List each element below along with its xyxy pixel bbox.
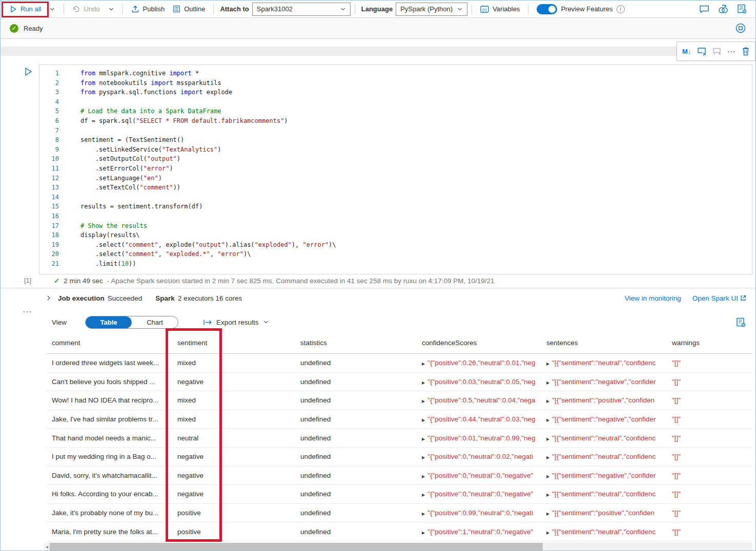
- export-icon: [203, 319, 212, 326]
- expand-icon[interactable]: ▶: [422, 380, 425, 385]
- configure-columns-button[interactable]: [736, 317, 746, 327]
- expand-icon[interactable]: ▶: [422, 512, 425, 516]
- warnings-cell: "[]": [667, 415, 752, 423]
- table-row[interactable]: I put my wedding ring in a Bag o...negat…: [47, 448, 752, 467]
- expand-icon[interactable]: ▶: [546, 512, 549, 516]
- expand-icon[interactable]: ▶: [546, 380, 549, 385]
- table-row[interactable]: I ordered three widgets last week...mixe…: [47, 354, 752, 373]
- more-actions-icon[interactable]: ···: [728, 48, 736, 55]
- line-number: 4: [39, 97, 59, 107]
- preview-features-toggle[interactable]: [537, 4, 557, 14]
- column-header-sentences[interactable]: sentences: [541, 339, 667, 347]
- expand-icon[interactable]: ▶: [546, 418, 549, 422]
- undo-button[interactable]: Undo: [68, 2, 104, 16]
- expand-icon[interactable]: ▶: [546, 474, 549, 479]
- info-icon[interactable]: i: [617, 5, 625, 13]
- warnings-cell: "[]": [667, 378, 752, 386]
- configure-columns-icon: [736, 317, 746, 327]
- clear-output-button[interactable]: [697, 47, 707, 56]
- open-spark-ui-link[interactable]: Open Spark UI: [692, 294, 746, 302]
- language-select[interactable]: PySpark (Python): [396, 3, 467, 16]
- line-number: 12: [39, 174, 59, 183]
- line-number: 18: [39, 230, 59, 240]
- line-number: 7: [39, 126, 59, 136]
- spark-detail: 2 executors 16 cores: [178, 294, 242, 302]
- configure-session-button[interactable]: [737, 4, 747, 14]
- undo-dropdown[interactable]: [104, 2, 118, 16]
- table-row[interactable]: Jake, I've had similar problems tr...mix…: [47, 410, 752, 429]
- attach-to-select[interactable]: Spark31002: [252, 3, 351, 16]
- line-number: 2: [39, 78, 59, 88]
- code-line: 4: [39, 97, 752, 107]
- table-row[interactable]: That hand model needs a manic...neutralu…: [47, 429, 752, 448]
- table-row[interactable]: Hi folks. According to your encab...nega…: [47, 485, 752, 504]
- notebook-gutter-band: [1, 47, 755, 56]
- job-status: Succeeded: [108, 294, 142, 302]
- line-number: 15: [39, 202, 59, 211]
- line-number: 5: [39, 107, 59, 116]
- run-all-dropdown[interactable]: [45, 2, 59, 16]
- spark-label: Spark: [155, 294, 175, 302]
- table-row[interactable]: Maria, I'm pretty sure the folks at...po…: [47, 522, 752, 541]
- comment-cell: I put my wedding ring in a Bag o...: [47, 453, 172, 460]
- expand-icon[interactable]: ▶: [422, 455, 425, 460]
- code-line: 13 .setTextCol("comment")): [39, 183, 752, 193]
- publish-button[interactable]: Publish: [127, 2, 169, 16]
- statistics-cell: undefined: [295, 396, 417, 404]
- expand-icon[interactable]: ▶: [422, 362, 425, 366]
- expand-icon[interactable]: ▶: [422, 493, 425, 497]
- table-row[interactable]: Jake, it's probably none of my bu...posi…: [47, 504, 752, 523]
- line-number: 9: [39, 145, 59, 155]
- expand-icon[interactable]: ▶: [422, 418, 425, 422]
- column-header-comment[interactable]: comment: [47, 339, 172, 347]
- results-view-toolbar: View Table Chart Export results: [1, 312, 755, 332]
- stop-session-button[interactable]: [735, 23, 746, 34]
- sentences-cell: ▶"[{"sentiment":"neutral","confidenc: [541, 359, 667, 367]
- json-value: "[{"sentiment":"positive","confiden: [552, 509, 655, 517]
- horizontal-scrollbar[interactable]: ◂: [44, 543, 752, 550]
- variables-label: Variables: [493, 5, 520, 13]
- column-header-statistics[interactable]: statistics: [295, 339, 417, 347]
- run-icon: [10, 6, 17, 13]
- expand-icon[interactable]: ▶: [546, 455, 549, 460]
- tab-table[interactable]: Table: [86, 316, 132, 328]
- variables-button[interactable]: (x) Variables: [476, 2, 524, 16]
- expand-icon[interactable]: ▶: [546, 531, 549, 535]
- column-header-warnings[interactable]: warnings: [667, 339, 752, 347]
- expand-icon[interactable]: ▶: [422, 399, 425, 404]
- markdown-convert-icon[interactable]: M↓: [682, 48, 691, 55]
- expand-icon[interactable]: ▶: [546, 362, 549, 366]
- warnings-cell: "[]": [667, 509, 752, 517]
- table-row[interactable]: Wow! I had NO IDEA that recipro...mixedu…: [47, 391, 752, 410]
- comments-button[interactable]: [699, 5, 709, 14]
- sentences-cell: ▶"[{"sentiment":"negative","confider: [541, 378, 667, 386]
- table-row[interactable]: Can't believe you fools shipped ...negat…: [47, 373, 752, 392]
- code-editor[interactable]: 1from mmlspark.cognitive import *2from n…: [39, 65, 752, 274]
- expand-icon[interactable]: ▶: [422, 474, 425, 479]
- delete-cell-button[interactable]: [742, 47, 750, 56]
- tab-chart[interactable]: Chart: [132, 316, 178, 328]
- add-comment-button[interactable]: [712, 47, 722, 56]
- expand-icon[interactable]: ▶: [546, 399, 549, 404]
- sentiment-cell: positive: [172, 509, 295, 517]
- stop-session-icon: [735, 23, 746, 34]
- run-cell-button[interactable]: [24, 67, 33, 78]
- export-results-button[interactable]: Export results: [203, 319, 269, 326]
- expand-icon[interactable]: ▶: [546, 493, 549, 497]
- sentiment-cell: negative: [172, 490, 295, 498]
- expand-icon[interactable]: ▶: [422, 531, 425, 535]
- column-header-confidencescores[interactable]: confidenceScores: [417, 339, 541, 347]
- expand-icon[interactable]: ▶: [422, 437, 425, 441]
- expand-job-chevron-icon[interactable]: [46, 295, 52, 301]
- outline-button[interactable]: Outline: [169, 2, 209, 16]
- spark-sessions-button[interactable]: [718, 4, 729, 14]
- expand-icon[interactable]: ▶: [546, 437, 549, 441]
- code-line: 2from notebookutils import mssparkutils: [39, 78, 752, 88]
- run-all-button[interactable]: Run all: [6, 2, 45, 16]
- view-in-monitoring-link[interactable]: View in monitoring: [625, 294, 681, 302]
- column-header-sentiment[interactable]: sentiment: [172, 339, 295, 347]
- line-number: 8: [39, 135, 59, 145]
- scrollbar-thumb[interactable]: [50, 543, 543, 550]
- table-row[interactable]: David, sorry, it's whatchamacallit...neg…: [47, 467, 752, 485]
- scroll-left-icon[interactable]: ◂: [44, 544, 50, 549]
